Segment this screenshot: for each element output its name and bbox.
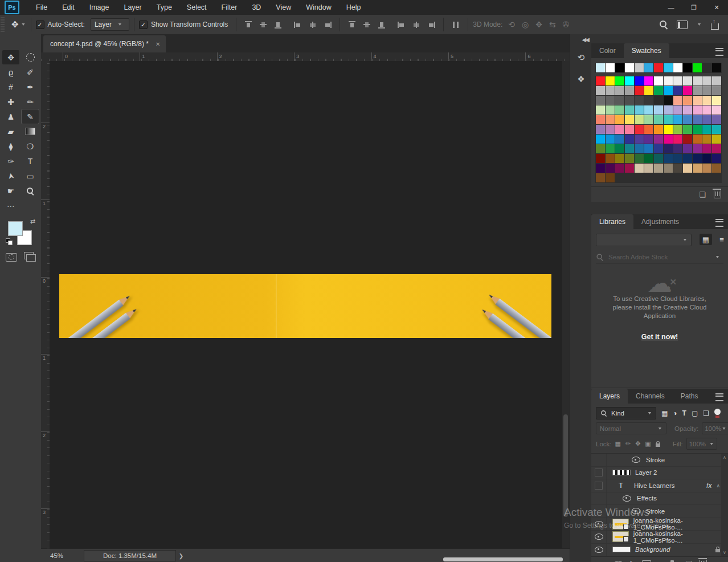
- workspace-chevron-icon[interactable]: ▼: [697, 22, 702, 27]
- vertical-scrollbar[interactable]: [562, 61, 570, 548]
- swatch[interactable]: [712, 164, 721, 173]
- swatch[interactable]: [702, 63, 711, 72]
- swatch[interactable]: [625, 164, 634, 173]
- opacity-field[interactable]: 100%▼: [702, 422, 728, 434]
- swatch[interactable]: [702, 164, 711, 173]
- blend-mode-dropdown[interactable]: Normal▼: [596, 422, 666, 434]
- library-select[interactable]: ▼: [596, 234, 692, 246]
- swatch[interactable]: [635, 96, 644, 105]
- swatch[interactable]: [615, 96, 624, 105]
- zoom-tool[interactable]: [22, 184, 39, 198]
- lock-position-icon[interactable]: ✥: [635, 440, 640, 447]
- swatch[interactable]: [644, 115, 653, 124]
- swatch[interactable]: [702, 76, 711, 85]
- layer-row[interactable]: Background: [591, 544, 728, 557]
- new-swatch-icon[interactable]: ❏: [699, 190, 706, 199]
- menu-type[interactable]: Type: [149, 1, 179, 14]
- filter-kind-dropdown[interactable]: Kind ▼: [596, 407, 656, 420]
- collapse-effects-icon[interactable]: ∧: [716, 483, 720, 488]
- swatch[interactable]: [654, 115, 663, 124]
- collapse-panels-icon[interactable]: ◀◀: [582, 36, 588, 43]
- swatch[interactable]: [654, 135, 663, 144]
- healing-brush-tool[interactable]: ✚: [2, 95, 19, 109]
- swatch[interactable]: [596, 115, 605, 124]
- swatch[interactable]: [635, 115, 644, 124]
- layer-thumbnail[interactable]: [612, 470, 631, 475]
- swatch[interactable]: [712, 63, 721, 72]
- dodge-tool[interactable]: ❍: [22, 139, 39, 153]
- restore-button[interactable]: ❐: [682, 0, 705, 15]
- swatch[interactable]: [596, 135, 605, 144]
- show-transform-checkbox[interactable]: ✓: [139, 21, 148, 29]
- 3d-pan-icon[interactable]: ✥: [535, 20, 542, 29]
- swatch[interactable]: [654, 86, 663, 95]
- swatch[interactable]: [693, 115, 702, 124]
- swatch[interactable]: [615, 105, 624, 115]
- minimize-button[interactable]: —: [660, 0, 682, 15]
- swatch[interactable]: [625, 144, 634, 153]
- blur-tool[interactable]: ⧫: [2, 139, 19, 153]
- swatch[interactable]: [625, 154, 634, 163]
- workspace-icon[interactable]: [677, 21, 688, 29]
- menu-select[interactable]: Select: [179, 1, 214, 14]
- swatch[interactable]: [644, 144, 653, 153]
- swatch[interactable]: [625, 115, 634, 124]
- swatch[interactable]: [664, 164, 673, 173]
- swatch[interactable]: [654, 154, 663, 163]
- swatch[interactable]: [644, 164, 653, 173]
- swatch[interactable]: [673, 115, 682, 124]
- swatch[interactable]: [644, 125, 653, 134]
- document-info[interactable]: Doc: 1.35M/15.4M ❯: [84, 550, 176, 561]
- align-horizontal-centers-button[interactable]: [308, 21, 317, 29]
- tab-channels[interactable]: Channels: [628, 389, 673, 404]
- search-icon[interactable]: [660, 21, 668, 28]
- swatch[interactable]: [635, 63, 644, 72]
- delete-swatch-icon[interactable]: [714, 190, 721, 198]
- edit-toolbar[interactable]: ⋯: [2, 198, 19, 213]
- document-image[interactable]: [59, 274, 551, 338]
- swatch[interactable]: [702, 105, 711, 115]
- get-it-now-link[interactable]: Get it now!: [641, 333, 678, 341]
- swatch[interactable]: [683, 144, 692, 153]
- tab-swatches[interactable]: Swatches: [624, 43, 669, 58]
- swatch[interactable]: [664, 125, 673, 134]
- swatch[interactable]: [644, 154, 653, 163]
- new-layer-icon[interactable]: ❏: [685, 560, 692, 562]
- swatch[interactable]: [673, 154, 682, 163]
- swatch[interactable]: [712, 144, 721, 153]
- distribute-spacing-button[interactable]: [451, 21, 460, 29]
- swatch[interactable]: [606, 105, 615, 115]
- align-right-edges-button[interactable]: [323, 21, 332, 29]
- lock-transparency-icon[interactable]: ▦: [615, 440, 621, 447]
- swatch[interactable]: [654, 76, 663, 85]
- swatch[interactable]: [664, 105, 673, 115]
- layer-thumbnail[interactable]: [612, 547, 631, 552]
- grid-view-button[interactable]: ▦: [700, 234, 712, 245]
- swatch[interactable]: [654, 144, 663, 153]
- swatch[interactable]: [606, 144, 615, 153]
- tab-adjustments[interactable]: Adjustments: [633, 214, 687, 229]
- visibility-toggle[interactable]: [591, 492, 607, 505]
- swatch[interactable]: [606, 63, 615, 72]
- swatch[interactable]: [635, 105, 644, 115]
- swatch[interactable]: [673, 86, 682, 95]
- swatch[interactable]: [635, 164, 644, 173]
- swatch[interactable]: [712, 105, 721, 115]
- move-tool[interactable]: ✥: [2, 50, 19, 64]
- filter-adjustment-layers-icon[interactable]: ◑: [673, 409, 677, 417]
- swatch[interactable]: [606, 86, 615, 95]
- swatch[interactable]: [693, 154, 702, 163]
- chevron-down-icon[interactable]: ▼: [715, 255, 720, 259]
- menu-edit[interactable]: Edit: [55, 1, 82, 14]
- layer-row[interactable]: joanna-kosinska-1_CMoFsPfso-...: [591, 518, 728, 531]
- visibility-toggle[interactable]: [591, 544, 607, 556]
- swatch[interactable]: [635, 86, 644, 95]
- distribute-horizontal-centers-button[interactable]: [412, 21, 421, 29]
- layer-effect-row[interactable]: Stroke: [591, 505, 728, 518]
- swatch[interactable]: [683, 96, 692, 105]
- menu-view[interactable]: View: [268, 1, 298, 14]
- swatch[interactable]: [673, 96, 682, 105]
- swatch[interactable]: [702, 144, 711, 153]
- quick-mask-button[interactable]: [6, 253, 17, 262]
- swatch[interactable]: [673, 76, 682, 85]
